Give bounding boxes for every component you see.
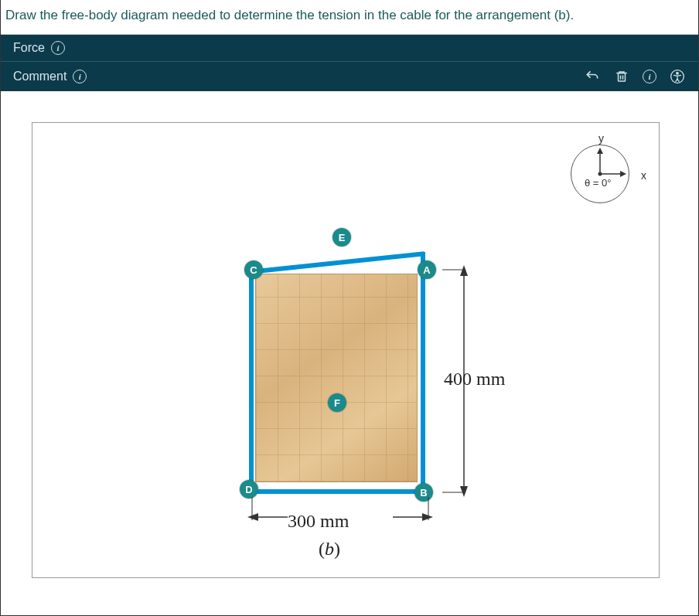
compass-axes (571, 145, 629, 203)
accessibility-icon[interactable] (669, 68, 686, 85)
info-icon[interactable]: i (643, 70, 656, 83)
svg-rect-0 (619, 73, 626, 82)
frame-edge-bottom (249, 489, 425, 494)
svg-marker-8 (620, 171, 626, 177)
info-icon[interactable]: i (73, 70, 87, 83)
canvas-wrap: y x θ = 0° E C A F D B 400 mm (1, 91, 698, 586)
tab-comment[interactable]: Comment i i (1, 62, 698, 91)
svg-marker-13 (460, 265, 468, 276)
instruction-text: Draw the free-body diagram needed to det… (1, 0, 698, 35)
svg-marker-19 (247, 513, 258, 521)
compass-theta-label: θ = 0° (585, 177, 611, 189)
svg-point-4 (677, 73, 679, 75)
dim-horizontal-label: 300 mm (288, 511, 349, 532)
toolbar-right: i (584, 68, 686, 85)
dim-vertical-label: 400 mm (444, 369, 505, 390)
compass-x-label: x (641, 169, 646, 182)
node-C[interactable]: C (244, 260, 263, 279)
node-A[interactable]: A (418, 260, 436, 279)
panel-wood (255, 274, 418, 482)
frame-edge-top (249, 251, 425, 274)
tool-panel: Force i Comment i i (1, 35, 698, 91)
drawing-canvas[interactable]: y x θ = 0° E C A F D B 400 mm (32, 122, 660, 578)
node-E[interactable]: E (332, 228, 351, 247)
svg-marker-20 (422, 513, 433, 521)
svg-marker-14 (460, 486, 468, 497)
undo-icon[interactable] (584, 68, 601, 85)
tab-force[interactable]: Force i (1, 35, 698, 62)
svg-point-9 (598, 172, 602, 176)
frame-edge-right (421, 252, 425, 492)
figure-label: b (319, 539, 340, 560)
node-F[interactable]: F (328, 393, 346, 412)
angle-compass[interactable]: y x θ = 0° (566, 132, 636, 202)
frame-edge-left (249, 270, 254, 492)
trash-icon[interactable] (613, 68, 630, 85)
info-icon[interactable]: i (51, 41, 65, 55)
tab-comment-label: Comment (13, 70, 66, 83)
node-D[interactable]: D (240, 480, 258, 499)
tab-force-label: Force (13, 41, 45, 55)
compass-y-label: y (598, 132, 604, 145)
fbd-diagram: E C A F D B 400 mm (241, 231, 581, 571)
svg-marker-6 (597, 148, 603, 154)
